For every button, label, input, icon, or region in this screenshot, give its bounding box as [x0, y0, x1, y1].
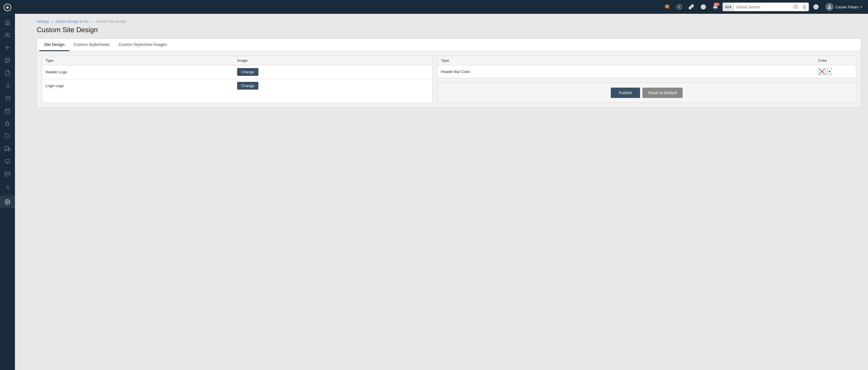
- color-dropdown-btn[interactable]: ▾: [827, 68, 832, 75]
- tab-custom-stylesheet-images[interactable]: Custom Stylesheet Images: [114, 39, 171, 51]
- breadcrumb-sep-2: »: [91, 20, 93, 24]
- svg-marker-20: [8, 148, 10, 150]
- col-header-type: Type: [45, 58, 237, 63]
- col-header-color: Color: [818, 58, 852, 63]
- mic-icon-btn[interactable]: [800, 3, 809, 11]
- color-picker: ▾: [818, 68, 832, 75]
- login-logo-change-btn[interactable]: Change: [237, 82, 258, 90]
- right-section: Type Color Header Bar Color ▾: [437, 56, 856, 103]
- col-header-image: Image: [237, 58, 429, 63]
- svg-point-2: [6, 33, 8, 35]
- sidebar-item-cart[interactable]: [0, 92, 15, 105]
- help-icon-btn[interactable]: [811, 2, 821, 12]
- sidebar-item-calendar[interactable]: [0, 105, 15, 117]
- svg-point-4: [6, 59, 7, 60]
- publish-button[interactable]: Publish: [611, 88, 640, 98]
- link-icon-btn[interactable]: [686, 2, 696, 12]
- svg-point-37: [829, 5, 830, 7]
- user-name: Cassie Pataro: [835, 5, 859, 9]
- images-table: Type Image Header Logo Change Login Logo…: [42, 56, 433, 103]
- notifications-icon-btn[interactable]: 99+: [711, 2, 720, 12]
- svg-line-32: [797, 8, 798, 9]
- svg-point-26: [7, 201, 8, 203]
- table-row: Header Bar Color ▾: [437, 65, 856, 78]
- search-container: All ▾: [722, 3, 809, 11]
- breadcrumb-sep-1: »: [52, 20, 54, 24]
- sidebar-item-favorites[interactable]: [0, 117, 15, 130]
- header-bar-color-label: Header Bar Color: [441, 69, 818, 74]
- main-content: Settings » System Design & Info » Custom…: [30, 14, 868, 370]
- login-logo-image-cell: Change: [237, 82, 429, 90]
- breadcrumb: Settings » System Design & Info » Custom…: [37, 20, 861, 24]
- header-bar-color-cell: ▾: [818, 68, 852, 75]
- color-swatch[interactable]: [818, 68, 826, 75]
- tab-custom-stylesheets[interactable]: Custom Stylesheets: [69, 39, 114, 51]
- svg-rect-13: [5, 109, 10, 113]
- tab-bar: Site Design Custom Stylesheets Custom St…: [37, 39, 861, 51]
- add-icon-btn[interactable]: [674, 2, 684, 12]
- col-header-type-right: Type: [441, 58, 818, 63]
- sidebar-item-notes[interactable]: [0, 155, 15, 168]
- images-table-header: Type Image: [42, 56, 432, 65]
- breadcrumb-settings[interactable]: Settings: [37, 20, 49, 24]
- table-row: Login Logo Change: [42, 79, 432, 93]
- sidebar-item-tags[interactable]: [0, 130, 15, 142]
- action-area: Publish Reset to Default: [437, 83, 856, 103]
- svg-point-22: [8, 150, 9, 151]
- svg-point-12: [9, 100, 10, 101]
- page-title: Custom Site Design: [37, 26, 861, 34]
- avatar: [826, 3, 834, 11]
- main-card: Site Design Custom Stylesheets Custom St…: [37, 38, 861, 108]
- sidebar-item-mail[interactable]: [0, 168, 15, 180]
- sidebar-item-users[interactable]: [0, 29, 15, 41]
- notification-badge: 99+: [714, 3, 720, 6]
- svg-point-31: [794, 5, 797, 8]
- reset-to-default-button[interactable]: Reset to Default: [642, 88, 683, 98]
- tab-site-design[interactable]: Site Design: [39, 39, 69, 51]
- table-row: Header Logo Change: [42, 65, 432, 79]
- sidebar-item-shipping[interactable]: [0, 142, 15, 155]
- svg-rect-19: [5, 147, 8, 150]
- chevron-down-icon: ▾: [730, 5, 732, 9]
- header-logo-image-cell: Change: [237, 68, 429, 76]
- svg-marker-17: [5, 121, 10, 126]
- breadcrumb-current: Custom Site Design: [96, 20, 126, 24]
- app-logo[interactable]: [0, 0, 15, 15]
- user-menu[interactable]: Cassie Pataro ▾: [823, 2, 865, 12]
- sidebar-item-tasks[interactable]: [0, 79, 15, 92]
- search-filter-label: All: [725, 5, 729, 9]
- svg-point-11: [7, 100, 7, 101]
- sidebar-item-handshake[interactable]: [0, 41, 15, 54]
- breadcrumb-system-design[interactable]: System Design & Info: [56, 20, 89, 24]
- sidebar-item-settings[interactable]: [0, 196, 15, 208]
- sidebar-item-media[interactable]: [0, 54, 15, 67]
- colors-table: Type Color Header Bar Color ▾: [437, 56, 856, 78]
- header-logo-change-btn[interactable]: Change: [237, 68, 258, 76]
- login-logo-label: Login Logo: [45, 83, 237, 88]
- svg-point-21: [5, 150, 7, 151]
- sidebar-item-documents[interactable]: [0, 67, 15, 79]
- header-logo-label: Header Logo: [45, 70, 237, 74]
- sidebar-nav: [0, 15, 15, 370]
- user-menu-chevron: ▾: [861, 5, 862, 9]
- sidebar-item-analytics[interactable]: [0, 180, 15, 193]
- sidebar-item-dashboard[interactable]: [0, 16, 15, 29]
- sidebar: [0, 0, 15, 370]
- svg-point-1: [6, 6, 9, 9]
- search-filter-dropdown[interactable]: All ▾: [722, 3, 734, 11]
- mascot-icon-btn[interactable]: [662, 2, 672, 12]
- history-icon-btn[interactable]: [699, 2, 708, 12]
- colors-table-header: Type Color: [437, 56, 856, 65]
- topbar: 99+ All ▾ Cassie Pataro ▾: [15, 0, 868, 14]
- search-input[interactable]: [734, 5, 792, 9]
- search-submit-btn[interactable]: [792, 3, 800, 11]
- content-area: Type Image Header Logo Change Login Logo…: [37, 51, 861, 107]
